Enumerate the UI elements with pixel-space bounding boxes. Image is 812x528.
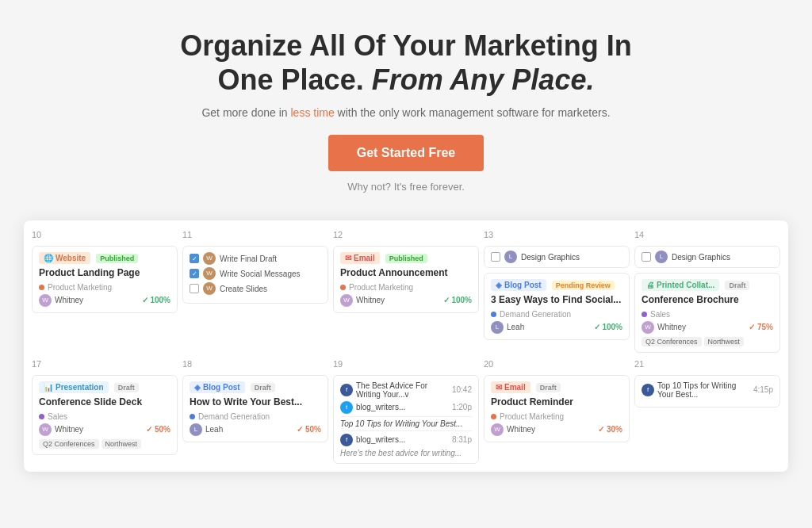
status-draft-2: Draft <box>114 383 139 392</box>
progress-5: ✓ 50% <box>146 425 170 434</box>
hero-subtitle: Get more done in less time with the only… <box>16 106 796 119</box>
cal-card-design-graphics-13[interactable]: L Design Graphics <box>484 246 630 268</box>
cal-col-19: 19 f The Best Advice For Writing Your...… <box>333 358 479 464</box>
cal-col-17: 17 📊 Presentation Draft Conference Slide… <box>32 358 178 464</box>
checkbox-3 <box>190 284 199 293</box>
email-icon-2: ✉ <box>496 383 502 392</box>
card-footer-7: W Whitney ✓ 30% <box>491 423 622 436</box>
progress-6: ✓ 50% <box>297 425 321 434</box>
calendar-row-2: 17 📊 Presentation Draft Conference Slide… <box>32 358 780 464</box>
avatar-fb-1: f <box>340 384 353 396</box>
status-draft-3: Draft <box>251 383 275 392</box>
type-badge-blog-2: ◈ Blog Post <box>190 381 245 393</box>
type-badge-website: 🌐 Website <box>39 252 90 264</box>
col-number-20: 20 <box>484 358 630 370</box>
type-badge-email: ✉ Email <box>340 252 380 264</box>
category-dot-5 <box>39 414 44 419</box>
card-title-slide-deck: Conference Slide Deck <box>39 396 170 409</box>
card-footer-6: L Leah ✓ 50% <box>190 423 321 436</box>
tag-q2-2: Q2 Conferences <box>39 439 99 449</box>
card-title-product-landing: Product Landing Page <box>39 267 170 280</box>
type-badge-presentation: 📊 Presentation <box>39 381 109 393</box>
avatar-person2: W <box>203 267 216 280</box>
divider <box>340 416 472 417</box>
time-21: 4:15p <box>753 385 773 394</box>
time-3: 8:31p <box>452 435 472 444</box>
card-title-social: 3 Easy Ways to Find Social... <box>491 294 622 307</box>
status-published-2: Published <box>385 254 427 263</box>
card-footer-4: W Whitney ✓ 75% <box>642 321 773 334</box>
category-dot <box>39 285 44 290</box>
avatar-tw-1: t <box>340 401 353 414</box>
col-number-21: 21 <box>634 358 780 370</box>
blog-sub-title: Top 10 Tips for Writing Your Best... <box>340 419 472 428</box>
tag-nw-2: Northwest <box>102 439 142 449</box>
cal-card-slide-deck[interactable]: 📊 Presentation Draft Conference Slide De… <box>32 375 178 455</box>
card-title-reminder: Product Reminder <box>491 396 622 409</box>
progress-4: ✓ 75% <box>749 323 773 331</box>
avatar-design-2: L <box>655 251 668 263</box>
avatar-person3: W <box>203 282 216 295</box>
checkbox-1: ✓ <box>190 254 199 263</box>
cal-col-18: 18 ◈ Blog Post Draft How to Write Your B… <box>182 358 328 464</box>
card-category-5: Sales <box>39 412 170 421</box>
category-dot-3 <box>491 312 496 317</box>
cal-card-checklist[interactable]: ✓ W Write Final Draft ✓ W Write Social M… <box>182 246 328 304</box>
cal-col-13: 13 L Design Graphics ◈ Blog Post Pending… <box>484 228 630 353</box>
cal-card-blog-writers-21[interactable]: f Top 10 Tips for Writing Your Best... 4… <box>634 375 780 407</box>
avatar-whitney: W <box>39 294 52 307</box>
cal-col-12: 12 ✉ Email Published Product Announcemen… <box>333 228 479 353</box>
type-badge-email-2: ✉ Email <box>491 381 530 393</box>
col-number-13: 13 <box>484 228 630 241</box>
time-2: 1:20p <box>452 403 472 411</box>
footer-text: Here's the best advice for writing... <box>340 449 472 457</box>
card-category: Product Marketing <box>39 283 170 292</box>
calendar-section: 10 🌐 Website Published Product Landing P… <box>24 220 788 472</box>
bw-row-1: f The Best Advice For Writing Your...v 1… <box>340 381 472 399</box>
time-1: 10:42 <box>452 385 472 394</box>
cal-card-how-to-write[interactable]: ◈ Blog Post Draft How to Write Your Best… <box>182 375 328 442</box>
category-dot-4 <box>642 312 647 317</box>
blog-icon: ◈ <box>496 281 502 289</box>
checklist-item-2: ✓ W Write Social Messages <box>190 267 321 280</box>
status-draft: Draft <box>725 281 749 290</box>
card-category-7: Product Marketing <box>491 412 622 421</box>
cal-card-design-graphics-14[interactable]: L Design Graphics <box>634 246 780 268</box>
checkbox-2: ✓ <box>190 269 199 278</box>
card-footer-5: W Whitney ✓ 50% <box>39 423 170 436</box>
cal-card-brochure[interactable]: 🖨 Printed Collat... Draft Conference Bro… <box>634 273 780 353</box>
divider-2 <box>340 430 472 431</box>
calendar-row-1: 10 🌐 Website Published Product Landing P… <box>32 228 780 353</box>
progress-value: ✓ 100% <box>142 296 170 304</box>
checklist-item-3: W Create Slides <box>190 282 321 295</box>
cal-col-11: 11 ✓ W Write Final Draft ✓ W Write Socia… <box>182 228 328 353</box>
col-number-10: 10 <box>32 228 178 241</box>
category-dot-6 <box>190 414 195 419</box>
cal-card-blog-writers-19[interactable]: f The Best Advice For Writing Your...v 1… <box>333 375 479 464</box>
tag-row: Q2 Conferences Northwest <box>642 337 773 346</box>
cal-card-email-announcement[interactable]: ✉ Email Published Product Announcement P… <box>333 246 479 313</box>
col-number-11: 11 <box>182 228 328 241</box>
card-category-2: Product Marketing <box>340 283 472 292</box>
tag-row-2: Q2 Conferences Northwest <box>39 439 170 449</box>
cta-button[interactable]: Get Started Free <box>328 135 484 171</box>
card-category-6: Demand Generation <box>190 412 321 421</box>
email-icon: ✉ <box>345 254 351 262</box>
hero-section: Organize All Of Your Marketing In One Pl… <box>0 0 812 209</box>
type-badge-blog: ◈ Blog Post <box>491 279 546 291</box>
progress-3: ✓ 100% <box>594 323 622 331</box>
card-title-announcement: Product Announcement <box>340 267 472 280</box>
cal-col-20: 20 ✉ Email Draft Product Reminder Produc… <box>484 358 630 464</box>
tag-nw: Northwest <box>704 337 745 346</box>
avatar-fb-21: f <box>642 384 654 396</box>
cal-card-product-landing[interactable]: 🌐 Website Published Product Landing Page… <box>32 246 178 313</box>
type-badge-printed: 🖨 Printed Collat... <box>642 279 719 291</box>
cal-card-blog-social[interactable]: ◈ Blog Post Pending Review 3 Easy Ways t… <box>484 273 630 340</box>
avatar-leah: L <box>491 321 504 334</box>
blog-icon-2: ◈ <box>194 383 201 392</box>
avatar-whitney-4: W <box>39 423 52 436</box>
checklist-item-1: ✓ W Write Final Draft <box>190 252 321 265</box>
category-dot-7 <box>491 414 496 419</box>
cal-card-product-reminder[interactable]: ✉ Email Draft Product Reminder Product M… <box>484 375 630 442</box>
progress-2: ✓ 100% <box>443 296 472 304</box>
